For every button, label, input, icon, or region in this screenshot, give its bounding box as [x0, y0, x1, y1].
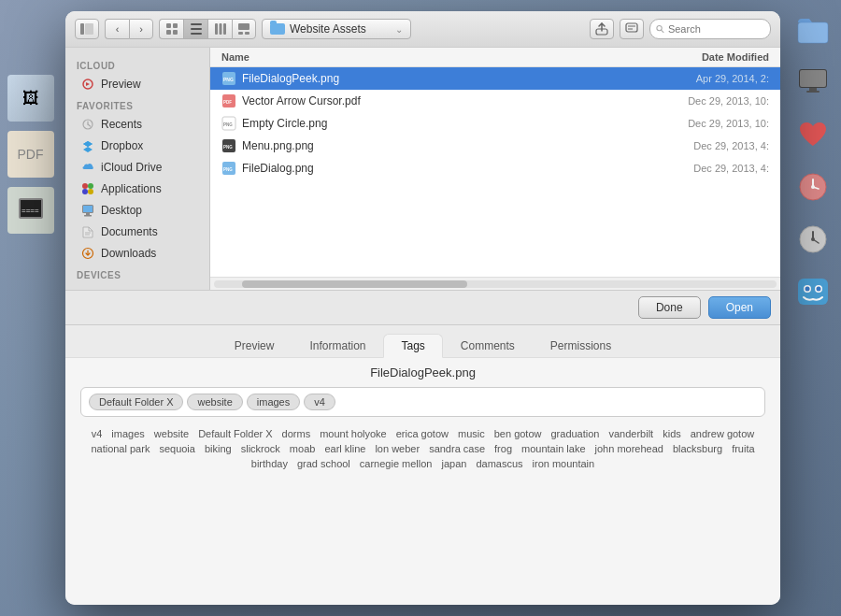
clock-desktop-icon[interactable]: [792, 166, 834, 208]
cloud-tag-music[interactable]: music: [458, 428, 485, 439]
cloud-tag-website[interactable]: website: [154, 428, 189, 439]
finder-desktop-icon[interactable]: [792, 271, 834, 312]
cloud-tag-vanderbilt[interactable]: vanderbilt: [608, 428, 653, 439]
sidebar-item-desktop[interactable]: Desktop: [69, 200, 206, 221]
cloud-tag-national-park[interactable]: national park: [91, 443, 150, 454]
file-row-4[interactable]: PNG FileDialog.png Dec 29, 2013, 4:: [210, 157, 780, 179]
file-png-icon-4: PNG: [221, 161, 236, 176]
svg-rect-38: [626, 23, 637, 32]
cloud-tag-fruita[interactable]: fruita: [732, 443, 754, 454]
sidebar-item-preview[interactable]: Preview: [69, 74, 206, 94]
cloud-tag-lon-weber[interactable]: lon weber: [375, 443, 420, 454]
cloud-tag-dorms[interactable]: dorms: [282, 428, 311, 439]
sidebar-item-dropbox[interactable]: Dropbox: [69, 136, 206, 156]
sidebar-item-applications[interactable]: Applications: [69, 179, 206, 199]
done-button[interactable]: Done: [638, 296, 701, 319]
cloud-tag-default-folder-x[interactable]: Default Folder X: [198, 428, 272, 439]
tag-website[interactable]: website: [187, 394, 242, 410]
cloud-tag-slickrock[interactable]: slickrock: [241, 443, 280, 454]
documents-icon: [80, 224, 95, 239]
svg-line-46: [88, 124, 91, 126]
heart-desktop-icon[interactable]: [792, 114, 834, 155]
cloud-tag-v4[interactable]: v4: [92, 428, 103, 439]
svg-rect-52: [83, 206, 93, 212]
cloud-tag-john-morehead[interactable]: john morehead: [595, 443, 663, 454]
view-buttons: [159, 19, 256, 39]
monitor-desktop-icon[interactable]: [792, 62, 834, 103]
thumb-3[interactable]: ====: [7, 187, 54, 234]
current-tags-container[interactable]: Default Folder X website images v4: [80, 387, 765, 417]
back-button[interactable]: ‹: [105, 19, 129, 39]
sidebar-item-downloads[interactable]: Downloads: [69, 243, 206, 264]
cloud-tag-moab[interactable]: moab: [290, 443, 316, 454]
file-row-2[interactable]: PNG Empty Circle.png Dec 29, 2013, 10:: [210, 112, 780, 135]
gallery-view-button[interactable]: [232, 19, 256, 39]
icon-view-button[interactable]: [159, 19, 183, 39]
share-button[interactable]: [590, 19, 614, 39]
svg-text:====: ====: [21, 207, 39, 215]
svg-line-42: [662, 30, 663, 32]
left-thumbnails: 🖼 PDF ====: [0, 75, 61, 234]
scroll-thumb: [242, 280, 467, 288]
svg-rect-3: [800, 70, 826, 87]
cloud-tag-kids[interactable]: kids: [663, 428, 681, 439]
file-list-scrollbar[interactable]: [210, 277, 780, 290]
cloud-tag-mount-holyoke[interactable]: mount holyoke: [320, 428, 387, 439]
info-filename: FileDialogPeek.png: [65, 358, 780, 383]
desktop-icons-bar: [785, 0, 841, 616]
sidebar-item-icloud-drive[interactable]: iCloud Drive: [69, 157, 206, 178]
svg-rect-32: [219, 23, 221, 35]
file-row-3[interactable]: PNG Menu.png.png Dec 29, 2013, 4:: [210, 135, 780, 157]
tab-permissions[interactable]: Permissions: [533, 334, 629, 358]
content-area: iCloud Preview Favorites Recents: [65, 48, 780, 290]
cloud-tag-images[interactable]: images: [111, 428, 144, 439]
sidebar: iCloud Preview Favorites Recents: [65, 48, 210, 290]
list-view-button[interactable]: [183, 19, 207, 39]
cloud-tag-japan[interactable]: japan: [441, 458, 466, 469]
cloud-tag-mountain-lake[interactable]: mountain lake: [521, 443, 586, 454]
file-row-1-name: PDF Vector Arrow Cursor.pdf: [221, 93, 648, 108]
search-input[interactable]: [668, 23, 764, 35]
cloud-tag-birthday[interactable]: birthday: [251, 458, 288, 469]
svg-rect-34: [238, 23, 249, 30]
clock2-desktop-icon[interactable]: [792, 219, 834, 260]
tag-default-folder-x[interactable]: Default Folder X: [89, 394, 183, 410]
tag-v4[interactable]: v4: [304, 394, 335, 410]
cloud-tag-graduation[interactable]: graduation: [550, 428, 599, 439]
cloud-tag-iron-mountain[interactable]: iron mountain: [533, 458, 595, 469]
folder-path-button[interactable]: Website Assets ⌄: [262, 19, 411, 39]
svg-point-17: [805, 287, 810, 292]
cloud-tag-sandra-case[interactable]: sandra case: [429, 443, 485, 454]
thumb-1[interactable]: 🖼: [7, 75, 54, 122]
thumb-2[interactable]: PDF: [7, 131, 54, 178]
tab-information[interactable]: Information: [292, 334, 383, 358]
column-view-button[interactable]: [207, 19, 232, 39]
tab-preview[interactable]: Preview: [217, 334, 292, 358]
sidebar-toggle-button[interactable]: [75, 19, 99, 39]
file-row-1[interactable]: PDF Vector Arrow Cursor.pdf Dec 29, 2013…: [210, 90, 780, 112]
file-list-area: Name Date Modified PNG FileDialogPeek.pn…: [210, 48, 780, 290]
cloud-tag-andrew-gotow[interactable]: andrew gotow: [691, 428, 755, 439]
cloud-tag-sequoia[interactable]: sequoia: [159, 443, 195, 454]
sidebar-item-documents-label: Documents: [101, 225, 158, 238]
cloud-tag-carnegie-mellon[interactable]: carnegie mellon: [360, 458, 433, 469]
sidebar-item-recents[interactable]: Recents: [69, 114, 206, 135]
cloud-tag-earl-kline[interactable]: earl kline: [324, 443, 365, 454]
sidebar-item-documents[interactable]: Documents: [69, 222, 206, 242]
cloud-tag-damascus[interactable]: damascus: [476, 458, 522, 469]
forward-button[interactable]: ›: [129, 19, 153, 39]
cloud-tag-grad-school[interactable]: grad school: [297, 458, 350, 469]
cloud-tag-erica-gotow[interactable]: erica gotow: [396, 428, 449, 439]
open-button[interactable]: Open: [708, 296, 771, 319]
cloud-tag-ben-gotow[interactable]: ben gotow: [494, 428, 542, 439]
tag-images[interactable]: images: [247, 394, 300, 410]
cloud-tag-biking[interactable]: biking: [205, 443, 232, 454]
file-row-0[interactable]: PNG FileDialogPeek.png Apr 29, 2014, 2:: [210, 67, 780, 90]
tab-tags[interactable]: Tags: [383, 334, 442, 358]
cloud-tag-blacksburg[interactable]: blacksburg: [673, 443, 722, 454]
cloud-tag-frog[interactable]: frog: [494, 443, 512, 454]
svg-point-49: [82, 189, 88, 194]
folder-desktop-icon[interactable]: [792, 9, 834, 50]
tag-button[interactable]: [620, 19, 644, 39]
tab-comments[interactable]: Comments: [443, 334, 533, 358]
